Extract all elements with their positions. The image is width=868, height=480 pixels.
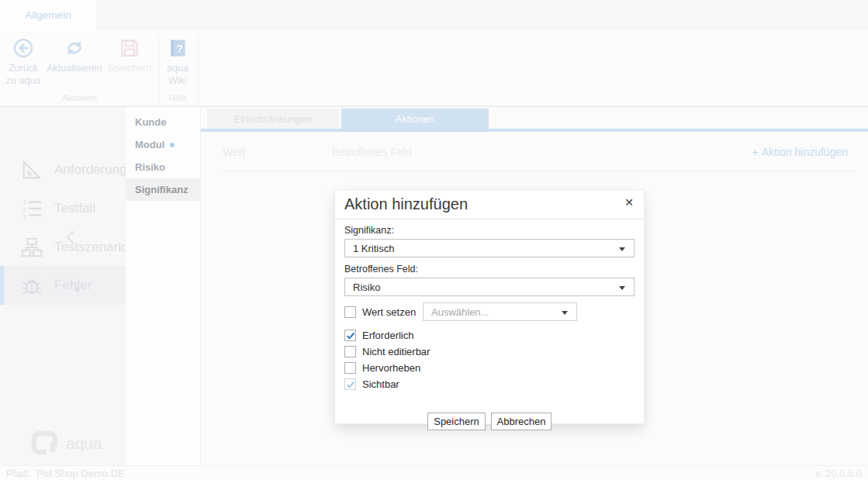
- highlight-label: Hervorheben: [362, 362, 420, 374]
- highlight-checkbox[interactable]: [344, 362, 356, 374]
- field-item-label: Risiko: [135, 161, 165, 173]
- ribbon-group-divider: [158, 34, 159, 118]
- svg-text:?: ?: [177, 43, 183, 54]
- chevron-down-icon: [619, 286, 625, 290]
- refresh-icon: [64, 37, 85, 59]
- set-value-label: Wert setzen: [362, 306, 423, 318]
- field-item-label: Kunde: [135, 116, 166, 128]
- aqua-logo-icon: [31, 431, 59, 456]
- sidebar-item-label: Testfall: [54, 201, 95, 216]
- field-item-label: Signifikanz: [135, 184, 188, 195]
- active-tab-underline: [201, 129, 868, 132]
- field-item-label: Modul: [135, 139, 164, 150]
- value-select-placeholder: Auswählen...: [431, 306, 489, 318]
- field-item-kunde[interactable]: Kunde: [126, 111, 200, 133]
- modified-dot-icon: [170, 143, 175, 147]
- requirement-icon: [20, 158, 43, 181]
- field-item-modul[interactable]: Modul: [126, 133, 200, 156]
- ribbon-tab-allgemein[interactable]: Allgemein: [0, 0, 96, 29]
- add-action-link[interactable]: +Aktion hinzufügen: [752, 146, 849, 158]
- tab-aktionen[interactable]: Aktionen: [341, 109, 489, 129]
- required-label: Erforderlich: [362, 330, 413, 341]
- app-window: Allgemein Zurück zu aqua Aktualisieren S…: [0, 0, 868, 480]
- significance-value: 1 Kritisch: [353, 243, 394, 254]
- dialog-title: Aktion hinzufügen: [335, 190, 644, 213]
- ribbon: Zurück zu aqua Aktualisieren Speichern ?…: [0, 29, 868, 107]
- version-label: v. 20.0.6.0: [815, 468, 862, 479]
- sidebar-item-testszenario[interactable]: Testszenario: [0, 228, 126, 267]
- fields-panel: Kunde Modul Risiko Signifikanz: [126, 107, 201, 465]
- path-value: Pet Shop Demo DE: [36, 468, 124, 479]
- affected-field-select[interactable]: Risiko: [344, 278, 635, 296]
- sidebar-item-anforderung[interactable]: Anforderung: [0, 150, 126, 189]
- dialog-cancel-button[interactable]: Abbrechen: [491, 413, 552, 430]
- ribbon-group-hilfe: Hilfe: [160, 93, 195, 102]
- field-item-signifikanz[interactable]: Signifikanz: [126, 178, 200, 201]
- visible-label: Sichtbar: [362, 378, 399, 390]
- affected-field-value: Risiko: [353, 281, 380, 293]
- ribbon-group-aktionen: Aktionen: [16, 93, 144, 102]
- wiki-icon: ?: [167, 37, 188, 59]
- required-checkbox[interactable]: [344, 330, 356, 341]
- affected-field-label: Betroffenes Feld:: [344, 264, 635, 275]
- ribbon-group-divider: [198, 34, 199, 118]
- status-bar: Pfad: Pet Shop Demo DE v. 20.0.6.0: [0, 465, 868, 480]
- not-editable-checkbox[interactable]: [344, 346, 356, 357]
- save-icon: [119, 37, 140, 59]
- svg-text:3: 3: [23, 213, 26, 220]
- sidebar: Anforderung 123 Testfall Testszenario Fe…: [0, 107, 126, 465]
- path-label: Pfad:: [6, 468, 29, 479]
- aqua-logo: aqua: [31, 431, 102, 456]
- svg-text:2: 2: [23, 206, 26, 213]
- chevron-down-icon: [619, 247, 625, 251]
- visible-checkbox[interactable]: [344, 378, 356, 390]
- testcase-icon: 123: [20, 197, 43, 220]
- back-to-aqua-label: Zurück zu aqua: [3, 63, 43, 87]
- column-header-betroffenes-feld: Betroffenes Feld: [332, 146, 411, 158]
- sidebar-item-testfall[interactable]: 123 Testfall: [0, 189, 126, 228]
- sidebar-item-fehler[interactable]: Fehler: [0, 266, 126, 305]
- not-editable-label: Nicht editierbar: [362, 346, 430, 357]
- ribbon-tab-strip: Allgemein: [0, 0, 868, 29]
- tab-einschraenkungen[interactable]: Einschränkungen: [207, 109, 339, 129]
- plus-icon: +: [752, 146, 759, 158]
- set-value-checkbox[interactable]: [344, 306, 356, 318]
- significance-select[interactable]: 1 Kritisch: [344, 239, 635, 257]
- add-action-label: Aktion hinzufügen: [762, 146, 848, 158]
- panel-splitter-icon[interactable]: ◀: [74, 285, 79, 293]
- table-header-divider: [221, 171, 856, 171]
- aqua-logo-text: aqua: [66, 434, 102, 453]
- add-action-dialog: Aktion hinzufügen ✕ Signifikanz: 1 Kriti…: [335, 190, 644, 423]
- refresh-label: Aktualisieren: [47, 63, 102, 75]
- column-header-wert: Wert: [223, 146, 245, 158]
- check-icon: [346, 331, 355, 340]
- svg-text:1: 1: [23, 199, 26, 205]
- testscenario-icon: [20, 236, 43, 259]
- sidebar-item-label: Testszenario: [54, 240, 128, 255]
- chevron-down-icon: [562, 311, 568, 315]
- bug-icon: [20, 274, 43, 297]
- check-icon: [346, 380, 355, 389]
- aqua-wiki-label: aqua Wiki: [160, 63, 195, 87]
- close-icon[interactable]: ✕: [624, 196, 634, 209]
- significance-label: Signifikanz:: [344, 225, 635, 236]
- back-icon: [12, 37, 34, 59]
- value-select[interactable]: Auswählen...: [423, 302, 577, 321]
- dialog-save-button[interactable]: Speichern: [427, 413, 486, 430]
- field-item-risiko[interactable]: Risiko: [126, 156, 200, 178]
- sidebar-item-label: Anforderung: [54, 162, 127, 178]
- save-label: Speichern: [108, 63, 151, 75]
